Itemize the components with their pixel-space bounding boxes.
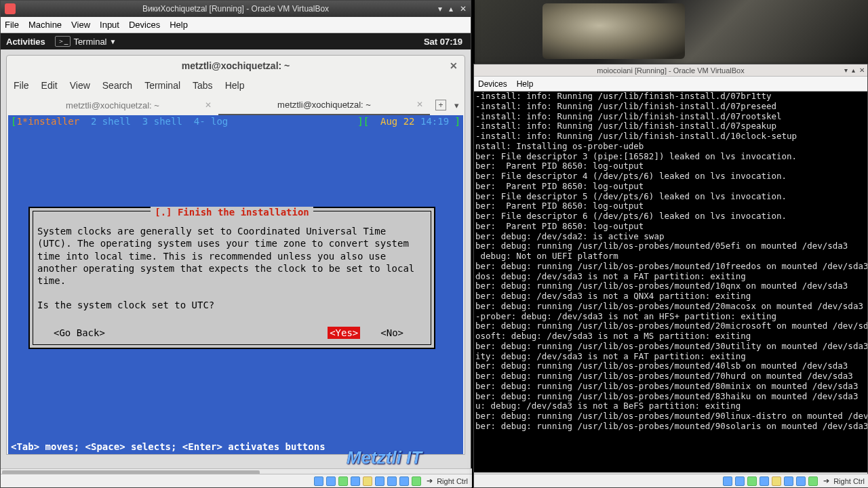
console-line: -install: info: Running /usr/lib/finish-… (475, 131, 866, 142)
terminal-content[interactable]: [ 1*installer 2 shell 3 shell 4- log][ A… (8, 115, 463, 454)
terminal-app-icon: ＞_ (55, 36, 71, 47)
vbox-menu-item[interactable]: Devices (478, 79, 507, 89)
terminal-titlebar[interactable]: metztli@xochiquetzal: ~ ✕ (7, 56, 465, 76)
console-line: -install: info: Running /usr/lib/finish-… (475, 102, 866, 112)
maximize-icon[interactable]: ▴ (852, 66, 855, 74)
console-line: ber: debug: running /usr/lib/os-probes/m… (475, 422, 866, 432)
status-icon[interactable] (326, 476, 336, 486)
vbox-menu-item[interactable]: Input (100, 20, 119, 30)
vbox-menu-item[interactable]: File (5, 20, 19, 30)
console-line: ber: debug: running /usr/lib/os-probes/m… (475, 342, 866, 352)
tab-close-icon[interactable]: ✕ (205, 100, 212, 110)
terminal-menubar: FileEditViewSearchTerminalTabsHelp (7, 76, 465, 95)
dialog-body: System clocks are generally set to Coord… (37, 225, 427, 311)
status-icon[interactable] (784, 476, 793, 486)
console-line: -install: info: Running /usr/lib/finish-… (475, 121, 866, 131)
terminal-menu-item[interactable]: Terminal (144, 80, 180, 91)
terminal-tab-1[interactable]: metztli@xochiquetzal: ~ ✕ (7, 96, 218, 115)
console-line: ber: debug: running /usr/lib/os-probes/m… (475, 241, 866, 251)
host-key-arrow-icon: ➔ (427, 476, 433, 485)
terminal-menu-item[interactable]: Edit (41, 80, 58, 91)
console-line: ber: debug: running /usr/lib/os-probes/m… (475, 262, 866, 272)
installer-dialog: [.] Finish the installation System clock… (28, 207, 435, 349)
vbox-menubar: FileMachineViewInputDevicesHelp (1, 17, 471, 33)
vbox-menubar: DevicesHelp (474, 77, 867, 92)
console-line: ber: debug: running /usr/lib/os-probes/m… (475, 392, 866, 402)
terminal-menu-item[interactable]: Search (102, 80, 132, 91)
new-tab-button[interactable]: + (435, 100, 446, 110)
vbox-menu-item[interactable]: View (71, 20, 90, 30)
tab-label: metztli@xochiquetzal: ~ (66, 100, 159, 110)
terminal-tab-2[interactable]: metztli@xochiquetzal: ~ ✕ (218, 96, 430, 115)
vbox-menu-item[interactable]: Machine (28, 20, 62, 30)
maximize-icon[interactable]: ▴ (448, 4, 454, 14)
terminal-menu-item[interactable]: Help (225, 80, 245, 91)
status-icon[interactable] (387, 476, 397, 486)
status-icon[interactable] (772, 476, 781, 486)
console-line: ber: debug: running /usr/lib/os-probes/m… (475, 302, 866, 312)
gnome-top-bar: Activities ＞_ Terminal ▼ Sat 07:19 (1, 33, 471, 49)
status-icon[interactable] (399, 476, 409, 486)
terminal-title: metztli@xochiquetzal: ~ (182, 60, 290, 71)
console-line: debug: Not on UEFI platform (475, 251, 866, 262)
terminal-menu-item[interactable]: Tabs (193, 80, 213, 91)
console-line: -install: info: Running /usr/lib/finish-… (475, 112, 866, 122)
console-line: ber: File descriptor 3 (pipe:[16582]) le… (475, 152, 866, 162)
status-icon[interactable] (760, 476, 769, 486)
vbox-statusbar: ➔ Right Ctrl (1, 474, 472, 487)
app-menu[interactable]: Terminal (73, 37, 106, 47)
console-line: ber: Parent PID 8650: log-output (475, 201, 866, 211)
status-icon[interactable] (375, 476, 384, 486)
status-icon[interactable] (338, 476, 348, 486)
status-icon[interactable] (314, 476, 323, 486)
close-icon[interactable]: ✕ (450, 60, 458, 71)
console-line: ber: debug: /dev/sda3 is not a QNX4 part… (475, 291, 866, 302)
desktop-background (475, 0, 868, 64)
vbox-titlebar[interactable]: moiocoiani [Running] - Oracle VM Virtual… (474, 64, 867, 77)
console-line: ity: debug: /dev/sda3 is not a FAT parti… (475, 352, 866, 362)
close-icon[interactable]: ✕ (458, 4, 468, 14)
status-icon[interactable] (723, 476, 732, 486)
yes-button[interactable]: <Yes> (328, 327, 360, 339)
go-back-button[interactable]: <Go Back> (54, 327, 105, 339)
vbox-menu-item[interactable]: Help (170, 20, 188, 30)
tab-close-icon[interactable]: ✕ (416, 100, 423, 109)
console-line: ber: File descriptor 4 (/dev/pts/6) leak… (475, 171, 866, 182)
dialog-title: [.] Finish the installation (151, 207, 313, 218)
status-icon[interactable] (747, 476, 757, 486)
terminal-tabs: metztli@xochiquetzal: ~ ✕ metztli@xochiq… (7, 95, 465, 115)
watermark: Metztli IT (347, 447, 422, 468)
vbox-window-left: ВикиXochiquetzal [Running] - Oracle VM V… (0, 0, 471, 488)
status-icon[interactable] (796, 476, 806, 486)
minimize-icon[interactable]: ▾ (437, 4, 443, 14)
tmux-status-line: [ 1*installer 2 shell 3 shell 4- log][ A… (8, 115, 463, 127)
console-line: ber: File descriptor 6 (/dev/pts/6) leak… (475, 211, 866, 222)
vbox-title: ВикиXochiquetzal [Running] - Oracle VM V… (1, 4, 471, 14)
guest-console[interactable]: -install: info: Running /usr/lib/finish-… (474, 92, 867, 472)
status-icon[interactable] (412, 476, 421, 486)
chevron-down-icon[interactable]: ▾ (454, 100, 459, 110)
host-key-label: Right Ctrl (833, 477, 865, 485)
status-icon[interactable] (735, 476, 745, 486)
status-icon[interactable] (363, 476, 372, 486)
vbox-menu-item[interactable]: Help (517, 79, 534, 89)
console-line: ber: File descriptor 5 (/dev/pts/6) leak… (475, 192, 866, 202)
vbox-titlebar[interactable]: ВикиXochiquetzal [Running] - Oracle VM V… (1, 1, 471, 17)
terminal-menu-item[interactable]: File (14, 80, 29, 91)
clock[interactable]: Sat 07:19 (424, 37, 462, 47)
gnome-terminal-window: metztli@xochiquetzal: ~ ✕ FileEditViewSe… (6, 55, 465, 455)
tab-label: metztli@xochiquetzal: ~ (277, 100, 371, 110)
host-key-label: Right Ctrl (437, 477, 468, 485)
status-icon[interactable] (808, 476, 818, 486)
host-key-arrow-icon: ➔ (823, 476, 829, 485)
console-line: ber: Parent PID 8650: log-output (475, 222, 866, 232)
activities-button[interactable]: Activities (6, 37, 45, 47)
vbox-menu-item[interactable]: Devices (129, 20, 160, 30)
console-line: -prober: debug: /dev/sda3 is not an HFS+… (475, 312, 866, 322)
status-icon[interactable] (351, 476, 360, 486)
close-icon[interactable]: ✕ (859, 66, 865, 74)
no-button[interactable]: <No> (380, 327, 403, 339)
console-line: nstall: Installing os-prober-udeb (475, 142, 866, 152)
terminal-menu-item[interactable]: View (70, 80, 90, 91)
minimize-icon[interactable]: ▾ (844, 66, 848, 74)
